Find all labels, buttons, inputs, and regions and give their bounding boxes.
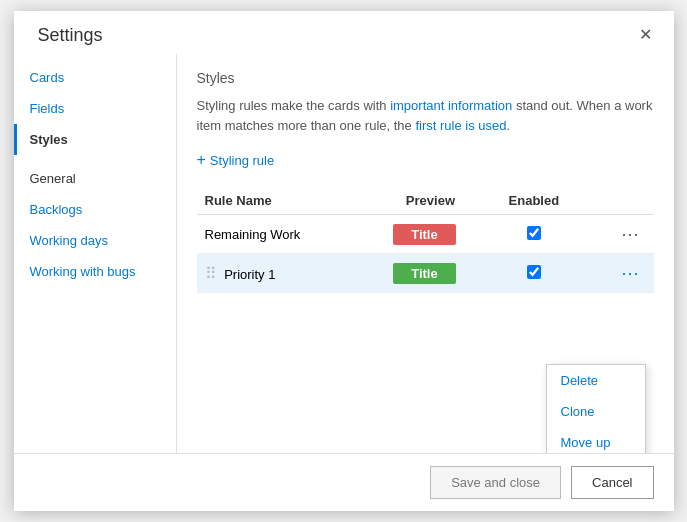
sidebar-item-working-days[interactable]: Working days <box>14 225 176 256</box>
rule-name-cell: Remaining Work <box>197 215 366 254</box>
sidebar-item-styles[interactable]: Styles <box>14 124 176 155</box>
sidebar: Cards Fields Styles General Backlogs Wor… <box>14 54 177 453</box>
sidebar-item-working-with-bugs[interactable]: Working with bugs <box>14 256 176 287</box>
dialog-header: Settings ✕ <box>14 11 674 54</box>
sidebar-item-backlogs[interactable]: Backlogs <box>14 194 176 225</box>
context-menu-move-up[interactable]: Move up <box>547 427 645 453</box>
dialog-footer: Save and close Cancel <box>14 453 674 511</box>
drag-handle-icon[interactable]: ⠿ <box>205 264 217 283</box>
info-text: Styling rules make the cards with import… <box>197 96 654 135</box>
context-menu-clone[interactable]: Clone <box>547 396 645 427</box>
sidebar-item-fields[interactable]: Fields <box>14 93 176 124</box>
section-title: Styles <box>197 70 654 86</box>
col-header-enabled: Enabled <box>484 187 584 215</box>
enabled-cell <box>484 254 584 293</box>
actions-cell: ··· <box>584 215 653 254</box>
preview-badge-red: Title <box>393 224 456 245</box>
table-row: ⠿ Priority 1 Title ··· <box>197 254 654 293</box>
col-header-actions <box>584 187 653 215</box>
table-row: Remaining Work Title ··· <box>197 215 654 254</box>
sidebar-section-general: General Backlogs Working days Working wi… <box>14 163 176 287</box>
col-header-preview: Preview <box>365 187 483 215</box>
preview-cell: Title <box>365 254 483 293</box>
enabled-checkbox[interactable] <box>527 265 541 279</box>
close-button[interactable]: ✕ <box>633 25 658 45</box>
rule-name-cell: ⠿ Priority 1 <box>197 254 366 293</box>
context-menu-delete[interactable]: Delete <box>547 365 645 396</box>
preview-cell: Title <box>365 215 483 254</box>
preview-badge-green: Title <box>393 263 456 284</box>
table-header-row: Rule Name Preview Enabled <box>197 187 654 215</box>
rules-table: Rule Name Preview Enabled Remaining Work… <box>197 187 654 293</box>
row-menu-button-active[interactable]: ··· <box>615 262 645 284</box>
sidebar-item-cards[interactable]: Cards <box>14 62 176 93</box>
actions-cell: ··· <box>584 254 653 293</box>
dialog-title: Settings <box>38 25 103 46</box>
settings-dialog: Settings ✕ Cards Fields Styles General <box>14 11 674 511</box>
plus-icon: + <box>197 151 206 169</box>
enabled-checkbox[interactable] <box>527 226 541 240</box>
save-and-close-button[interactable]: Save and close <box>430 466 561 499</box>
main-content: Styles Styling rules make the cards with… <box>177 54 674 453</box>
enabled-cell <box>484 215 584 254</box>
dialog-body: Cards Fields Styles General Backlogs Wor… <box>14 54 674 453</box>
row-menu-button[interactable]: ··· <box>615 223 645 245</box>
col-header-rule-name: Rule Name <box>197 187 366 215</box>
cancel-button[interactable]: Cancel <box>571 466 653 499</box>
sidebar-group-general: General <box>14 163 176 194</box>
sidebar-section-top: Cards Fields Styles <box>14 62 176 155</box>
add-styling-rule-button[interactable]: + Styling rule <box>197 149 275 171</box>
context-menu: Delete Clone Move up <box>546 364 646 453</box>
